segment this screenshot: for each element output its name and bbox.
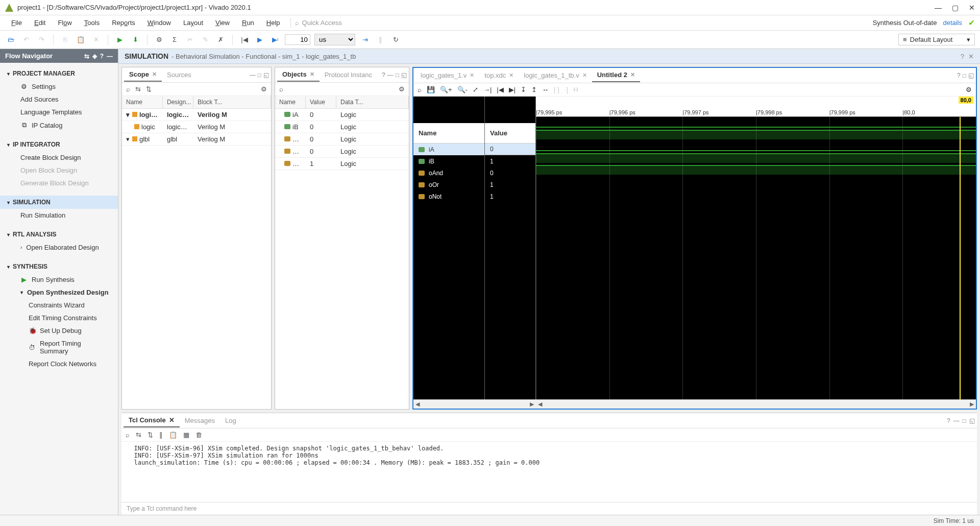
sim-time-unit-select[interactable]: us — [314, 34, 355, 45]
nav-ip-catalog[interactable]: ⧉IP Catalog — [0, 118, 118, 132]
nav-report-timing[interactable]: ⏱Report Timing Summary — [0, 337, 118, 357]
wave-signal-name[interactable]: iB — [413, 155, 484, 167]
cursor-icon[interactable]: →| — [483, 86, 492, 93]
tcl-command-input[interactable]: Type a Tcl command here — [121, 502, 977, 515]
close-icon[interactable]: ✕ — [630, 71, 635, 78]
close-icon[interactable]: ✕ — [310, 71, 314, 78]
tab-sources[interactable]: Sources — [162, 68, 197, 81]
close-icon[interactable]: ✕ — [152, 71, 157, 78]
copy-icon[interactable]: ⎘ — [60, 34, 71, 45]
scope-row[interactable]: logiclogic_gateVerilog M — [122, 121, 271, 133]
wave-chart[interactable]: 80,0 |79,995 ps|79,996 ps|79,997 ps|79,9… — [536, 97, 976, 399]
search-icon[interactable]: ⌕ — [126, 85, 130, 93]
prev-edge-icon[interactable]: |◀ — [497, 86, 503, 93]
cut-icon[interactable]: ✂ — [184, 34, 195, 45]
swap-icon[interactable]: ↔ — [542, 86, 549, 93]
ungroup-icon[interactable]: ·] — [565, 86, 568, 93]
menu-view[interactable]: View — [209, 16, 236, 29]
menu-window[interactable]: Window — [141, 16, 177, 29]
sigma-icon[interactable]: Σ — [169, 34, 180, 45]
gear-icon[interactable]: ⚙ — [261, 85, 267, 93]
search-icon[interactable]: ⌕ — [418, 86, 422, 93]
menu-reports[interactable]: Reports — [106, 16, 141, 29]
restore-icon[interactable]: ◱ — [401, 71, 407, 79]
play-step-icon[interactable]: ▶t — [270, 34, 281, 45]
close-icon[interactable]: ✕ — [169, 416, 175, 424]
scope-row[interactable]: ▾glblglblVerilog M — [122, 133, 271, 146]
menu-tools[interactable]: Tools — [78, 16, 106, 29]
tab-tcl-console[interactable]: Tcl Console✕ — [124, 414, 180, 427]
minimize-nav-icon[interactable]: — — [107, 53, 113, 60]
nav-run-synthesis[interactable]: ▶Run Synthesis — [0, 273, 118, 286]
expand-icon[interactable]: ◈ — [92, 53, 97, 60]
next-edge-icon[interactable]: ▶| — [509, 86, 516, 93]
wave-cursor[interactable] — [960, 117, 961, 399]
details-link[interactable]: details — [943, 19, 962, 27]
minimize-icon[interactable]: — — [250, 71, 256, 79]
maximize-button[interactable]: ▢ — [952, 4, 959, 12]
group-icon[interactable]: [·] — [554, 86, 559, 93]
tab-protocol[interactable]: Protocol Instanc — [320, 68, 377, 81]
cancel-icon[interactable]: ✕ — [90, 34, 102, 45]
objects-row[interactable]: iA0Logic — [275, 109, 409, 121]
help-icon[interactable]: ? — [382, 71, 385, 79]
tab-objects[interactable]: Objects✕ — [277, 68, 320, 82]
add-marker-icon[interactable]: ↧ — [521, 86, 526, 93]
close-panel-icon[interactable]: ✕ — [968, 53, 974, 60]
wave-name-scroll[interactable]: ◀▶ — [413, 399, 536, 409]
minimize-icon[interactable]: — — [953, 417, 960, 424]
objects-row[interactable]: oOr0Logic — [275, 146, 409, 158]
close-icon[interactable]: ✕ — [509, 72, 513, 79]
wave-signal-name[interactable]: iA — [413, 144, 484, 155]
collapse-all-icon[interactable]: ⇆ — [84, 53, 89, 60]
minimize-button[interactable]: — — [935, 4, 942, 12]
gear-icon[interactable]: ⚙ — [399, 85, 405, 93]
objects-row[interactable]: oNc1Logic — [275, 158, 409, 170]
section-ip-integrator[interactable]: ▾IP INTEGRATOR — [0, 138, 118, 151]
sim-time-input[interactable] — [285, 34, 310, 45]
menu-help[interactable]: Help — [260, 16, 286, 29]
reload-icon[interactable]: ↻ — [390, 34, 401, 45]
gear-icon[interactable]: ⚙ — [154, 34, 165, 45]
redo-icon[interactable]: ↷ — [36, 34, 47, 45]
nav-settings[interactable]: ⚙Settings — [0, 80, 118, 93]
wave-signal-name[interactable]: oNot — [413, 190, 484, 202]
restore-icon[interactable]: ◱ — [263, 71, 269, 79]
help-icon[interactable]: ? — [100, 53, 104, 60]
collapse-icon[interactable]: ⇆ — [136, 431, 141, 439]
wave-tab[interactable]: Untitled 2✕ — [592, 68, 640, 82]
wave-tab[interactable]: logic_gates_1.v✕ — [415, 69, 479, 82]
col-name[interactable]: Name — [275, 96, 306, 108]
nav-open-elaborated[interactable]: ›Open Elaborated Design — [0, 241, 118, 254]
quick-access-search[interactable]: ⌕ Quick Access — [295, 19, 873, 27]
nav-report-clock[interactable]: Report Clock Networks — [0, 357, 118, 370]
objects-row[interactable]: iB0Logic — [275, 121, 409, 133]
expand-icon[interactable]: ⇅ — [146, 85, 152, 93]
clipboard-icon[interactable]: 📋 — [169, 431, 177, 439]
undo-icon[interactable]: ↶ — [20, 34, 32, 45]
help-icon[interactable]: ? — [947, 417, 950, 424]
nav-setup-debug[interactable]: 🐞Set Up Debug — [0, 324, 118, 337]
pause-icon[interactable]: ‖ — [375, 34, 386, 45]
section-rtl-analysis[interactable]: ▾RTL ANALYSIS — [0, 228, 118, 241]
help-icon[interactable]: ? — [957, 72, 961, 79]
run-icon[interactable]: ▶ — [114, 34, 126, 45]
nav-edit-timing[interactable]: Edit Timing Constraints — [0, 312, 118, 324]
nav-add-sources[interactable]: Add Sources — [0, 93, 118, 106]
restart-icon[interactable]: |◀ — [239, 34, 250, 45]
step-icon[interactable]: ⬇ — [130, 34, 141, 45]
col-datatype[interactable]: Data T... — [336, 96, 409, 108]
menu-run[interactable]: Run — [236, 16, 260, 29]
menu-file[interactable]: FFileile — [5, 16, 28, 29]
col-block[interactable]: Block T... — [193, 96, 271, 108]
play2-icon[interactable]: ▶ — [254, 34, 265, 45]
zoom-in-icon[interactable]: 🔍+ — [440, 86, 452, 93]
tab-scope[interactable]: Scope✕ — [124, 68, 162, 82]
nav-open-synthesized[interactable]: ▾Open Synthesized Design — [0, 286, 118, 299]
help-icon[interactable]: ? — [961, 53, 964, 60]
close-icon[interactable]: ✕ — [470, 72, 474, 79]
scope-row[interactable]: ▾logic_glogic_gateVerilog M — [122, 109, 271, 121]
marker-h-icon[interactable]: H — [573, 86, 578, 93]
open-folder-icon[interactable]: 🗁 — [5, 34, 16, 45]
layout-dropdown[interactable]: ≡ Default Layout ▾ — [898, 34, 975, 45]
